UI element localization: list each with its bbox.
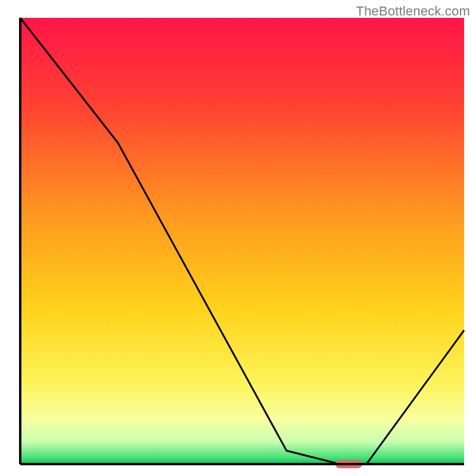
gradient-background	[20, 18, 464, 464]
bottleneck-chart	[0, 0, 476, 476]
chart-container: TheBottleneck.com	[0, 0, 476, 476]
watermark-text: TheBottleneck.com	[356, 4, 470, 19]
